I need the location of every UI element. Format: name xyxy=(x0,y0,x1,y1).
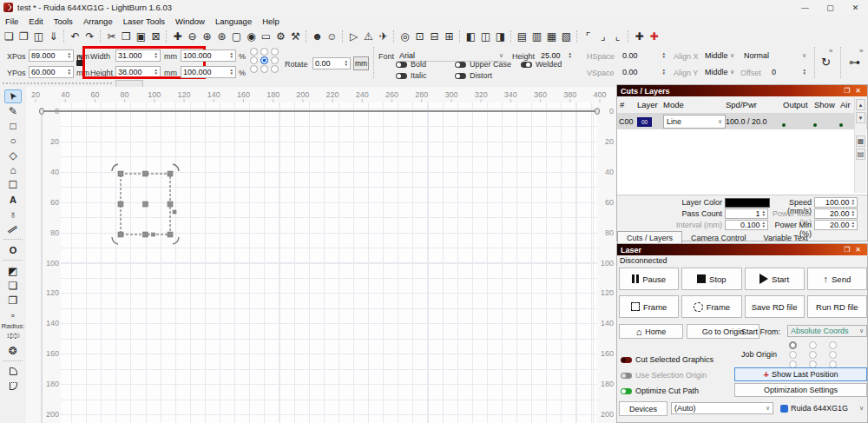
copy-icon[interactable]: ❒ xyxy=(119,29,134,43)
selection-handle[interactable] xyxy=(118,232,123,237)
menu-window[interactable]: Window xyxy=(170,17,210,26)
anchor-dot[interactable] xyxy=(250,56,258,64)
close-button[interactable]: ✕ xyxy=(843,1,868,15)
italic-toggle[interactable]: Italic xyxy=(396,71,427,80)
rotate-input[interactable]: 0.00▲▼ xyxy=(312,57,351,69)
distort-toggle[interactable]: Distort xyxy=(455,71,492,80)
units-button[interactable]: mm xyxy=(353,56,369,70)
height-input[interactable]: 38.000▲▼ xyxy=(115,66,161,78)
text-tool[interactable]: A xyxy=(4,193,22,207)
workspace-canvas[interactable]: 2040608010012014016018020022024026028030… xyxy=(26,87,616,423)
offset-shapes-tool[interactable]: O xyxy=(4,243,22,257)
rectangle-tool[interactable]: □ xyxy=(4,119,22,133)
cut-selected-toggle[interactable]: Cut Selected Graphics xyxy=(621,355,713,364)
space-h-icon[interactable]: ▦ xyxy=(544,29,559,43)
boolean-union-tool[interactable]: ❏ xyxy=(4,279,22,293)
selection-handle[interactable] xyxy=(118,171,123,176)
frame-corner-tl-icon[interactable]: ⌜ xyxy=(581,29,595,43)
float-panel-icon[interactable]: ❐ xyxy=(841,87,852,95)
menu-laser-tools[interactable]: Laser Tools xyxy=(118,17,170,26)
frame-corner-bl-icon[interactable]: ⌞ xyxy=(610,29,625,43)
align-right-icon[interactable]: ◨ xyxy=(493,29,508,43)
close-panel-icon[interactable]: ✕ xyxy=(852,246,864,254)
selection-handle[interactable] xyxy=(168,171,173,176)
text-style-select[interactable]: Normal∨ xyxy=(740,50,810,62)
undo-icon[interactable]: ↶ xyxy=(68,29,82,43)
selection-handle[interactable] xyxy=(168,232,173,237)
menu-tools[interactable]: Tools xyxy=(49,17,78,26)
zoom-to-frame-icon[interactable]: ⊛ xyxy=(214,29,229,43)
new-file-icon[interactable]: ❏ xyxy=(2,29,16,43)
anchor-dot[interactable] xyxy=(271,56,279,64)
scale-y-input[interactable]: 100.000▲▼ xyxy=(181,66,236,78)
anchor-dot[interactable] xyxy=(260,56,268,64)
anchor-dot[interactable] xyxy=(260,48,268,56)
optimize-cut-path-toggle[interactable]: Optimize Cut Path xyxy=(621,387,699,395)
palette-button[interactable]: ▦ xyxy=(856,135,865,147)
rotate-handle[interactable] xyxy=(112,164,118,171)
move-laser-to-position-icon[interactable]: ✚ xyxy=(647,29,661,43)
send-icon[interactable]: ✈ xyxy=(376,29,391,43)
ypos-input[interactable]: 60.000▲▼ xyxy=(29,66,74,78)
measure-tool[interactable]: ∥ xyxy=(4,222,22,236)
send-button[interactable]: ↑Send xyxy=(807,268,867,290)
maximize-button[interactable]: ▢ xyxy=(818,1,843,15)
optimization-settings-button[interactable]: Optimization Settings xyxy=(734,383,867,397)
align-left-icon[interactable]: ◧ xyxy=(464,29,478,43)
distribute-v-icon[interactable]: ▥ xyxy=(529,29,544,43)
layer-list-empty-area[interactable] xyxy=(617,129,867,195)
frame-corner-br-icon[interactable]: ⌟ xyxy=(595,29,610,43)
layer-color-value[interactable] xyxy=(725,198,770,208)
zoom-in-icon[interactable]: ⊕ xyxy=(200,29,214,43)
power-max-input[interactable]: 20.00▲▼ xyxy=(814,208,858,219)
distribute-h-icon[interactable]: ▤ xyxy=(515,29,529,43)
rotate-handle[interactable] xyxy=(112,237,118,244)
menu-language[interactable]: Language xyxy=(210,17,257,26)
overflow-chevron[interactable]: » xyxy=(859,47,863,55)
scale-x-input[interactable]: 100.000▲▼ xyxy=(181,50,236,62)
power-min-input[interactable]: 20.00▲▼ xyxy=(814,220,858,230)
stop-button[interactable]: Stop xyxy=(681,268,741,290)
selection-handle[interactable] xyxy=(143,171,148,176)
selection-handle[interactable] xyxy=(143,232,148,237)
draw-lines-tool[interactable]: ✎ xyxy=(4,104,22,118)
preview-window-icon[interactable]: ▭ xyxy=(259,29,273,43)
job-origin-radio[interactable] xyxy=(789,341,797,349)
vspace-input[interactable]: 0.00▲▼ xyxy=(620,66,668,78)
import-icon[interactable]: ⇓ xyxy=(46,29,61,43)
polygon-tool[interactable]: ◇ xyxy=(4,149,22,162)
selection-handle[interactable] xyxy=(118,202,123,207)
paste-icon[interactable]: ▣ xyxy=(134,29,148,43)
device-settings-icon[interactable]: ⚒ xyxy=(288,29,303,43)
print-icon[interactable]: ⊞ xyxy=(442,29,457,43)
job-origin-radio[interactable] xyxy=(809,341,817,349)
layer-mode-select[interactable]: Line∨ xyxy=(663,115,726,129)
start-button[interactable]: Start xyxy=(745,268,805,290)
boolean-subtract-tool[interactable]: ❐ xyxy=(4,294,22,307)
job-origin-radio[interactable] xyxy=(829,341,837,349)
selection-handle[interactable] xyxy=(168,202,173,207)
delete-icon[interactable]: ⊠ xyxy=(148,29,163,43)
fillet-tool[interactable] xyxy=(4,365,22,379)
open-file-icon[interactable]: ❐ xyxy=(16,29,31,43)
layer-color-swatch[interactable]: 00 xyxy=(637,117,652,127)
speed-input[interactable]: 100.00▲▼ xyxy=(814,197,858,208)
align-center-icon[interactable]: ◫ xyxy=(478,29,493,43)
port-select[interactable]: (Auto)∨ xyxy=(671,402,773,414)
select-tool[interactable]: ➤ xyxy=(4,89,22,103)
devices-button[interactable]: Devices xyxy=(619,401,667,416)
tab-cuts-layers[interactable]: Cuts / Layers xyxy=(617,231,682,244)
zoom-out-icon[interactable]: ⊖ xyxy=(185,29,200,43)
xpos-input[interactable]: 89.000▲▼ xyxy=(29,50,74,62)
aspect-lock-icon[interactable] xyxy=(76,60,84,66)
selection-handle[interactable] xyxy=(143,202,148,207)
save-rd-file-button[interactable]: Save RD file xyxy=(745,295,805,318)
welded-toggle[interactable]: Welded xyxy=(521,60,562,69)
jog-position-icon[interactable]: ✚ xyxy=(632,29,647,43)
kerning-icon[interactable]: ⊶ xyxy=(849,56,860,69)
redo-icon[interactable]: ↷ xyxy=(82,29,97,43)
pass-count-input[interactable]: 1▲▼ xyxy=(725,208,768,219)
rotate-handle[interactable] xyxy=(173,237,179,244)
radius-input[interactable]: 10.0 xyxy=(0,332,26,340)
selection-skew-handle[interactable] xyxy=(173,210,176,214)
